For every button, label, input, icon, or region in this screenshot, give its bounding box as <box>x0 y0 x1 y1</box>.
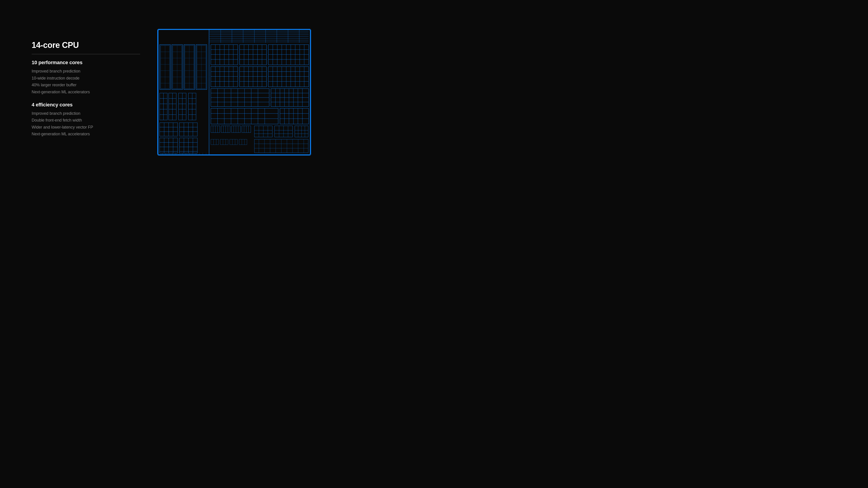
cpu-title: 14-core CPU <box>32 40 140 50</box>
list-item: Next-generation ML accelerators <box>32 89 140 96</box>
efficiency-features-list: Improved branch prediction Double front-… <box>32 110 140 138</box>
efficiency-cores-header: 4 efficiency cores <box>32 102 140 108</box>
left-panel: 14-core CPU 10 performance cores Improve… <box>32 40 140 144</box>
performance-cores-header: 10 performance cores <box>32 60 140 66</box>
list-item: Next-generation ML accelerators <box>32 131 140 138</box>
chip-diagram:  M4 PRO <box>157 29 311 156</box>
divider <box>32 54 140 54</box>
list-item: Improved branch prediction <box>32 110 140 117</box>
chip-circuit-diagram <box>158 29 311 155</box>
list-item: Improved branch prediction <box>32 68 140 75</box>
performance-features-list: Improved branch prediction 10-wide instr… <box>32 68 140 95</box>
chip-outer-border:  M4 PRO <box>157 29 311 156</box>
list-item: Double front-end fetch width <box>32 117 140 124</box>
list-item: 10-wide instruction decode <box>32 75 140 82</box>
list-item: Wider and lower-latency vector FP <box>32 124 140 131</box>
list-item: 40% larger reorder buffer <box>32 82 140 89</box>
slide-container: 14-core CPU 10 performance cores Improve… <box>0 0 329 184</box>
